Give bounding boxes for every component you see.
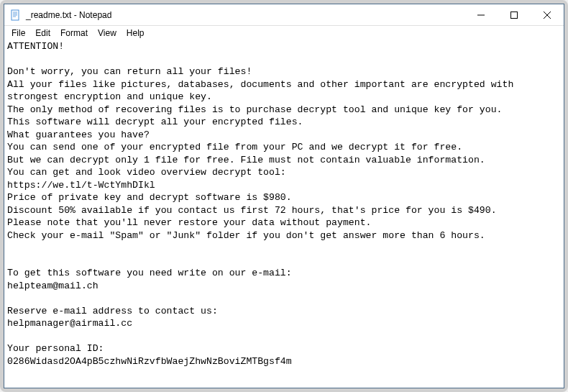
window-controls xyxy=(464,4,564,25)
menubar: File Edit Format View Help xyxy=(4,26,564,40)
menu-file[interactable]: File xyxy=(7,27,29,39)
menu-help[interactable]: Help xyxy=(122,27,149,39)
notepad-window: _readme.txt - Notepad xyxy=(4,4,564,388)
app-icon xyxy=(10,9,22,21)
close-button[interactable] xyxy=(531,4,564,26)
text-editor-area[interactable]: ATTENTION! Don't worry, you can return a… xyxy=(4,40,564,388)
minimize-icon xyxy=(477,12,485,19)
minimize-button[interactable] xyxy=(464,4,498,26)
window-title: _readme.txt - Notepad xyxy=(26,10,464,20)
close-icon xyxy=(544,12,551,19)
text-content: ATTENTION! Don't worry, you can return a… xyxy=(7,40,561,368)
svg-rect-6 xyxy=(511,12,518,19)
menu-format[interactable]: Format xyxy=(56,27,92,39)
maximize-button[interactable] xyxy=(498,4,531,26)
maximize-icon xyxy=(510,12,518,19)
menu-view[interactable]: View xyxy=(93,27,121,39)
titlebar: _readme.txt - Notepad xyxy=(4,4,564,26)
menu-edit[interactable]: Edit xyxy=(31,27,55,39)
